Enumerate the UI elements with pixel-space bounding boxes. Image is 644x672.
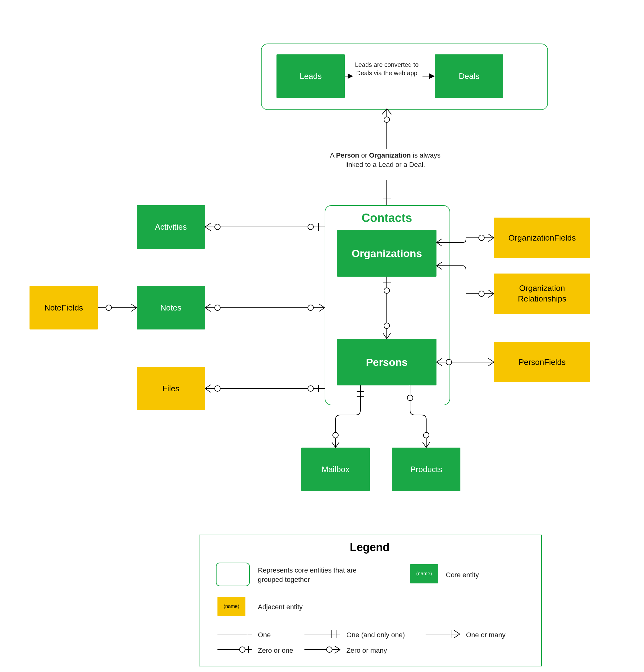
legend-grouped-swatch xyxy=(216,563,250,586)
svg-line-56 xyxy=(488,358,494,362)
svg-line-32 xyxy=(205,385,211,388)
svg-point-73 xyxy=(423,432,429,438)
leads-label: Leads xyxy=(300,72,322,81)
svg-line-19 xyxy=(205,308,211,311)
mailbox-box: Mailbox xyxy=(301,447,370,491)
personfields-box: PersonFields xyxy=(494,342,590,382)
svg-line-28 xyxy=(131,308,137,311)
svg-line-57 xyxy=(488,362,494,366)
notefields-box: NoteFields xyxy=(29,286,98,329)
leads-box: Leads xyxy=(277,55,345,98)
legend-core-text: Core entity xyxy=(446,571,508,580)
svg-point-26 xyxy=(106,305,111,311)
notes-box: Notes xyxy=(137,286,205,329)
persons-box: Persons xyxy=(337,339,437,385)
personfields-label: PersonFields xyxy=(519,358,566,367)
leads-to-deals-text: Leads are converted to Deals via the web… xyxy=(353,61,421,77)
svg-line-70 xyxy=(336,442,339,447)
legend-core-swatch: (name) xyxy=(410,564,438,584)
activities-box: Activities xyxy=(137,205,205,249)
legend-zeroormany: Zero or many xyxy=(347,646,387,655)
contacts-title: Contacts xyxy=(325,211,449,225)
svg-point-68 xyxy=(333,432,338,438)
svg-line-46 xyxy=(488,294,494,298)
legend-adj-text: Adjacent entity xyxy=(258,602,351,612)
svg-point-44 xyxy=(479,291,484,297)
notes-label: Notes xyxy=(160,303,181,313)
svg-line-23 xyxy=(319,308,325,311)
svg-point-6 xyxy=(384,117,390,122)
svg-point-21 xyxy=(308,305,314,311)
svg-line-74 xyxy=(423,442,426,447)
legend-title: Legend xyxy=(199,541,540,554)
svg-line-75 xyxy=(426,442,430,447)
notefields-label: NoteFields xyxy=(45,303,83,313)
deals-box: Deals xyxy=(435,55,503,98)
orgfields-box: OrganizationFields xyxy=(494,218,590,258)
products-box: Products xyxy=(392,447,460,491)
legend-adj-swatch: (name) xyxy=(217,597,245,616)
legend-oneormany: One or many xyxy=(466,631,506,640)
svg-line-45 xyxy=(488,290,494,294)
activities-label: Activities xyxy=(155,222,187,232)
orgfields-label: OrganizationFields xyxy=(509,233,576,243)
organizations-label: Organizations xyxy=(352,248,422,260)
svg-point-37 xyxy=(479,235,484,241)
svg-line-33 xyxy=(205,388,211,392)
svg-point-10 xyxy=(215,224,220,230)
legend-zeroorone: Zero or one xyxy=(258,646,293,655)
orgrel-label: Organization Relationships xyxy=(494,283,590,304)
svg-line-69 xyxy=(332,442,336,447)
legend-grouped-text: Represents core entities that are groupe… xyxy=(258,566,373,584)
files-box: Files xyxy=(137,367,205,410)
deals-label: Deals xyxy=(459,72,479,81)
svg-line-18 xyxy=(205,304,211,308)
products-label: Products xyxy=(410,465,442,474)
svg-point-17 xyxy=(215,305,220,311)
organizations-box: Organizations xyxy=(337,230,437,277)
svg-point-31 xyxy=(215,386,220,391)
svg-line-11 xyxy=(205,223,211,227)
mailbox-label: Mailbox xyxy=(321,465,350,474)
svg-line-39 xyxy=(488,238,494,241)
svg-point-35 xyxy=(308,386,314,391)
persons-label: Persons xyxy=(366,356,408,368)
svg-line-38 xyxy=(488,234,494,238)
person-org-link-text: A Person or Organization is always linke… xyxy=(323,151,447,169)
files-label: Files xyxy=(162,384,180,394)
diagram-canvas: Leads Leads are converted to Deals via t… xyxy=(0,0,644,672)
svg-line-12 xyxy=(205,227,211,231)
orgrel-box: Organization Relationships xyxy=(494,274,590,314)
svg-line-27 xyxy=(131,304,137,308)
legend-oneonly: One (and only one) xyxy=(347,631,405,640)
legend-one: One xyxy=(258,631,271,640)
svg-point-14 xyxy=(308,224,314,230)
svg-line-22 xyxy=(319,304,325,308)
